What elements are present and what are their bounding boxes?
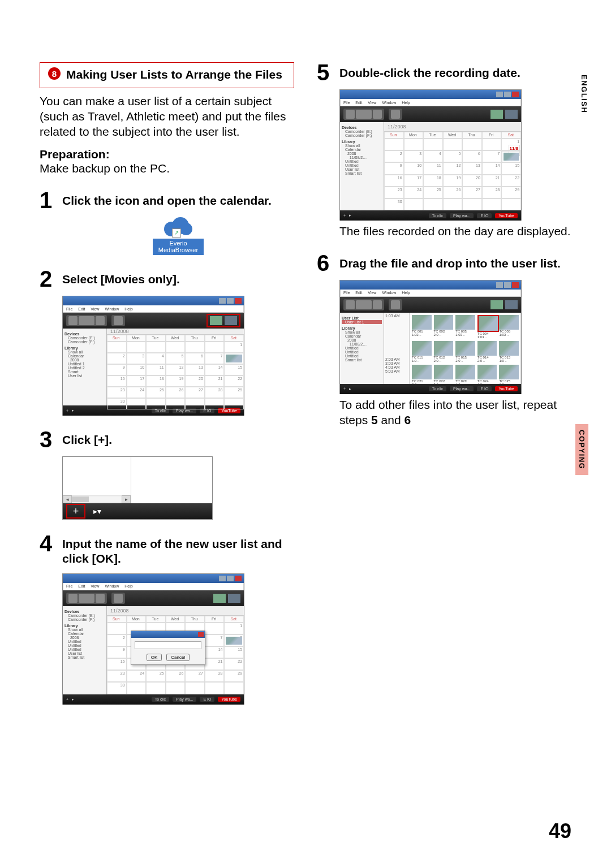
mediabrowser-window-thumbs[interactable]: FileEditViewWindowHelp User List User Li… xyxy=(339,280,522,394)
step-title: Input the name of the new user list and … xyxy=(62,533,294,567)
step-title: Double-click the recording date. xyxy=(339,62,520,80)
step3-window[interactable]: ◂ ▸ + ▸▾ xyxy=(62,456,213,520)
right-column: 5 Double-click the recording date. FileE… xyxy=(317,62,571,705)
icon-label-line2: MediaBrowser xyxy=(158,247,198,253)
step-number: 3 xyxy=(40,429,54,450)
step-title: Drag the file and drop into the user lis… xyxy=(339,253,561,271)
toolbar[interactable] xyxy=(63,313,244,329)
callout-badge: 8 xyxy=(48,67,61,80)
intro-text: You can make a user list of a certain su… xyxy=(40,94,294,140)
mediabrowser-window-dialog[interactable]: FileEditViewWindowHelp Devices Camcorder… xyxy=(62,573,244,705)
step-3: 3 Click [+]. xyxy=(40,429,294,450)
callout-box: 8 Making User Lists to Arrange the Files xyxy=(40,62,294,88)
step-number: 4 xyxy=(40,533,54,554)
mediabrowser-window[interactable]: FileEditViewWindowHelp xyxy=(62,296,244,416)
step-number: 6 xyxy=(317,253,332,273)
step-number: 1 xyxy=(40,190,54,210)
step-6: 6 Drag the file and drop into the user l… xyxy=(317,253,571,273)
step-2: 2 Select [Movies only]. xyxy=(40,269,294,289)
manual-page: ENGLISH COPYING 8 Making User Lists to A… xyxy=(0,0,611,868)
step-4: 4 Input the name of the new user list an… xyxy=(40,533,294,567)
step3-image: ◂ ▸ + ▸▾ xyxy=(62,456,294,520)
step1-image: ↗ Everio MediaBrowser xyxy=(62,217,294,255)
sidetab-copying: COPYING xyxy=(575,424,588,475)
step-1: 1 Click the icon and open the calendar. xyxy=(40,190,294,210)
everio-desktop-icon[interactable]: ↗ Everio MediaBrowser xyxy=(153,217,204,255)
new-userlist-dialog[interactable]: OK Cancel xyxy=(131,631,205,665)
step-number: 2 xyxy=(40,269,54,289)
mediabrowser-window-date[interactable]: FileEditViewWindowHelp Devices Camcorder… xyxy=(339,89,522,221)
callout-title: Making User Lists to Arrange the Files xyxy=(66,67,282,82)
calendar-day-selected[interactable]: 11/8 xyxy=(501,150,521,162)
cancel-button[interactable]: Cancel xyxy=(166,654,190,661)
shortcut-arrow-icon: ↗ xyxy=(172,228,181,237)
step4-image: FileEditViewWindowHelp Devices Camcorder… xyxy=(62,573,294,705)
step-title: Select [Movies only]. xyxy=(62,269,180,287)
ok-button[interactable]: OK xyxy=(147,654,162,661)
step-title: Click the icon and open the calendar. xyxy=(62,190,272,208)
step6-image: FileEditViewWindowHelp User List User Li… xyxy=(339,280,571,394)
movies-only-selector[interactable] xyxy=(206,314,240,327)
left-column: 8 Making User Lists to Arrange the Files… xyxy=(40,62,294,705)
play-button[interactable]: ▸▾ xyxy=(89,505,106,517)
step-5: 5 Double-click the recording date. xyxy=(317,62,571,83)
side-panel[interactable]: Devices Camcorder (E:) Camcorder (F:) Li… xyxy=(63,329,107,405)
step-title: Click [+]. xyxy=(62,429,112,447)
step6-body: To add other files into the user list, r… xyxy=(339,398,571,428)
page-number: 49 xyxy=(549,819,571,843)
thumbnail-grid[interactable]: TC 0011:03 .. TC 0022:0 .. TC 0031:03 ..… xyxy=(410,313,521,384)
step5-body: The files recorded on the day are displa… xyxy=(339,224,571,239)
userlist-name-input[interactable] xyxy=(135,641,201,649)
preparation-body: Make backup on the PC. xyxy=(40,162,170,175)
step5-image: FileEditViewWindowHelp Devices Camcorder… xyxy=(339,89,571,221)
calendar[interactable]: 11/2008 SunMonTueWedThuFriSat 1 2345678 … xyxy=(107,329,244,405)
sidetab-english: ENGLISH xyxy=(580,75,588,113)
add-userlist-button[interactable]: + xyxy=(66,504,85,519)
month-label: 11/2008 xyxy=(107,329,244,335)
scroll-left-icon[interactable]: ◂ xyxy=(63,495,72,503)
icon-label-line1: Everio xyxy=(169,240,187,247)
preparation-label: Preparation: xyxy=(40,148,110,161)
step-number: 5 xyxy=(317,62,332,83)
scroll-right-icon[interactable]: ▸ xyxy=(122,495,131,503)
step2-image: FileEditViewWindowHelp xyxy=(62,296,294,416)
